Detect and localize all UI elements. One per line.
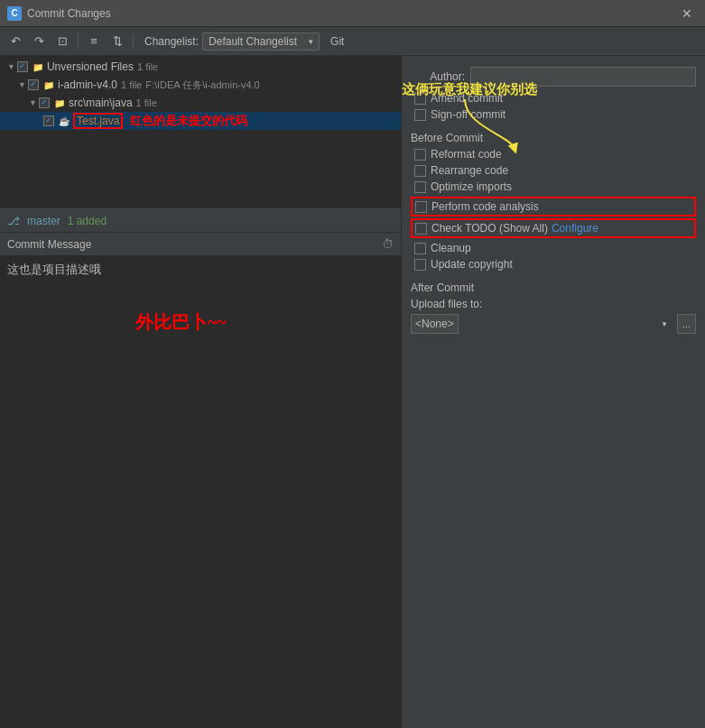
java-file-icon: ☕ xyxy=(58,115,70,127)
arrow-svg xyxy=(456,99,528,153)
commit-msg-label: Commit Message xyxy=(7,238,91,251)
added-badge: 1 added xyxy=(68,215,107,227)
app-icon: C xyxy=(7,6,22,21)
git-info-bar: ⎇ master 1 added xyxy=(0,209,401,233)
tree-badge: 1 file xyxy=(136,97,157,108)
checkbox-testjava[interactable] xyxy=(43,115,54,126)
optimize-checkbox[interactable] xyxy=(414,181,426,193)
toolbar-separator-2 xyxy=(133,33,134,50)
reformat-label: Reformat code xyxy=(431,148,502,161)
copyright-checkbox[interactable] xyxy=(414,259,426,271)
left-panel: ▼ 📁 Unversioned Files 1 file ▼ 📁 i-admin… xyxy=(0,56,402,728)
author-label: Author: xyxy=(411,70,465,83)
branch-name: master xyxy=(27,215,60,227)
main-content: ▼ 📁 Unversioned Files 1 file ▼ 📁 i-admin… xyxy=(0,56,705,728)
tree-path: F:\IDEA 任务\i-admin-v4.0 xyxy=(145,78,260,92)
cleanup-row: Cleanup xyxy=(411,242,696,254)
tree-label: Test.java xyxy=(77,115,119,127)
analyze-checkbox[interactable] xyxy=(415,201,427,213)
rearrange-label: Rearrange code xyxy=(431,164,508,177)
commit-msg-wrapper: 这也是项目描述哦 外比巴卜~~ xyxy=(0,256,401,728)
git-label: Git xyxy=(330,35,344,48)
rearrange-row: Rearrange code xyxy=(411,164,696,177)
branch-icon: ⎇ xyxy=(7,215,20,227)
analyze-label: Perform code analysis xyxy=(431,200,539,213)
tree-label: Unversioned Files xyxy=(47,60,134,73)
upload-row: <None> ... xyxy=(411,314,696,334)
tree-item-unversioned[interactable]: ▼ 📁 Unversioned Files 1 file xyxy=(0,58,401,76)
tree-label: src\main\java xyxy=(69,97,133,109)
tree-item-src[interactable]: ▼ 📁 src\main\java 1 file xyxy=(0,94,401,112)
upload-dropdown-wrapper[interactable]: <None> xyxy=(411,314,673,334)
file-tree: ▼ 📁 Unversioned Files 1 file ▼ 📁 i-admin… xyxy=(0,56,401,209)
optimize-label: Optimize imports xyxy=(431,180,512,193)
folder-icon: 📁 xyxy=(42,78,55,91)
reformat-row: Reformat code xyxy=(411,148,696,161)
tree-label: i-admin-v4.0 xyxy=(58,78,117,91)
close-button[interactable]: ✕ xyxy=(676,5,698,23)
window-title: Commit Changes xyxy=(27,7,111,20)
tree-arrow: ▼ xyxy=(29,98,37,107)
checkbox-iadmin[interactable] xyxy=(28,79,39,90)
dots-button[interactable]: ... xyxy=(677,314,696,334)
todo-row: Check TODO (Show All) Configure xyxy=(411,218,696,238)
changelist-dropdown-wrapper[interactable]: Default Changelist xyxy=(202,32,320,51)
after-commit-title: After Commit xyxy=(411,281,696,294)
checkbox-unversioned[interactable] xyxy=(17,61,28,72)
title-bar-left: C Commit Changes xyxy=(7,6,111,21)
amend-commit-checkbox[interactable] xyxy=(414,93,426,105)
tree-badge: 1 file xyxy=(137,61,158,72)
configure-link[interactable]: Configure xyxy=(552,222,598,235)
copyright-row: Update copyright xyxy=(411,258,696,271)
rearrange-checkbox[interactable] xyxy=(414,165,426,177)
title-bar: C Commit Changes ✕ xyxy=(0,0,705,27)
tree-arrow: ▼ xyxy=(18,80,26,89)
todo-label: Check TODO (Show All) xyxy=(431,222,548,235)
toolbar-btn-4[interactable]: ⇅ xyxy=(107,32,127,51)
changelist-dropdown[interactable]: Default Changelist xyxy=(202,32,320,51)
signoff-commit-checkbox[interactable] xyxy=(414,109,426,121)
checkbox-src[interactable] xyxy=(39,97,50,108)
todo-checkbox[interactable] xyxy=(415,223,427,235)
optimize-row: Optimize imports xyxy=(411,180,696,193)
author-row: Author: xyxy=(411,67,696,87)
toolbar-btn-0[interactable]: ↶ xyxy=(5,32,25,51)
toolbar-btn-2[interactable]: ⊡ xyxy=(52,32,72,51)
author-input[interactable] xyxy=(470,67,696,87)
tree-label-highlighted: Test.java xyxy=(73,113,123,129)
toolbar: ↶ ↷ ⊡ ≡ ⇅ Changelist: Default Changelist… xyxy=(0,27,705,56)
toolbar-separator-1 xyxy=(78,33,79,50)
folder-icon: 📁 xyxy=(32,60,44,73)
tree-badge: 1 file xyxy=(121,79,142,90)
tree-item-iadmin[interactable]: ▼ 📁 i-admin-v4.0 1 file F:\IDEA 任务\i-adm… xyxy=(0,76,401,94)
cleanup-label: Cleanup xyxy=(431,242,471,254)
copyright-label: Update copyright xyxy=(431,258,513,271)
upload-dropdown[interactable]: <None> xyxy=(411,314,459,334)
signoff-commit-label: Sign-off commit xyxy=(431,108,506,121)
analyze-row: Perform code analysis xyxy=(411,197,696,217)
toolbar-btn-3[interactable]: ≡ xyxy=(84,32,104,51)
amend-commit-label: Amend commit xyxy=(431,92,503,105)
tree-arrow: ▼ xyxy=(7,62,15,71)
upload-label: Upload files to: xyxy=(411,298,696,310)
red-annotation: 红色的是未提交的代码 xyxy=(130,113,247,129)
amend-commit-row: Amend commit xyxy=(411,92,696,105)
clock-icon[interactable]: ⏱ xyxy=(382,237,394,251)
changelist-label: Changelist: xyxy=(144,35,199,48)
toolbar-btn-1[interactable]: ↷ xyxy=(29,32,49,51)
tree-item-testjava[interactable]: ☕ Test.java 红色的是未提交的代码 xyxy=(0,112,401,130)
commit-msg-header: Commit Message ⏱ xyxy=(0,233,401,256)
cleanup-checkbox[interactable] xyxy=(414,243,426,254)
folder-icon: 📁 xyxy=(53,97,66,109)
signoff-commit-row: Sign-off commit xyxy=(411,108,696,121)
reformat-checkbox[interactable] xyxy=(414,149,426,161)
commit-msg-input[interactable]: 这也是项目描述哦 xyxy=(0,256,401,728)
before-commit-title: Before Commit xyxy=(411,132,696,144)
right-panel: 这俩玩意我建议你别选 Author: Amend commit xyxy=(402,56,705,728)
